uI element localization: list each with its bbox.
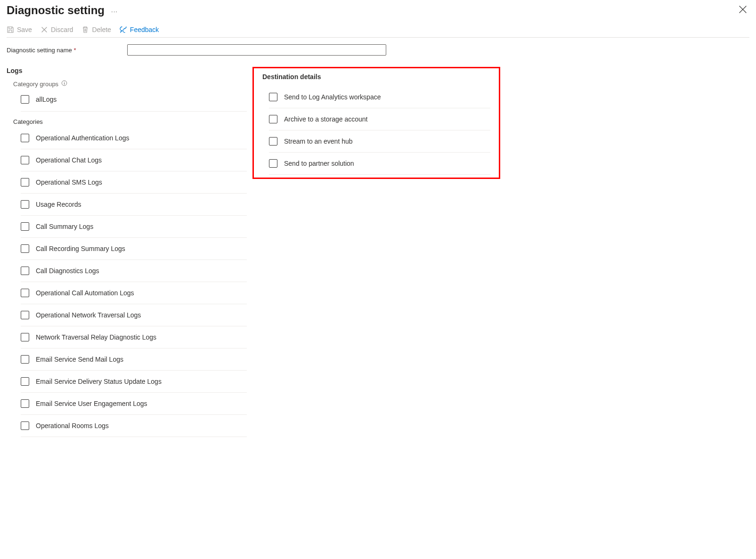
destination-row: Send to Log Analytics workspace: [269, 86, 490, 108]
category-row: Operational Authentication Logs: [21, 127, 247, 149]
category-label: Call Summary Logs: [36, 223, 93, 230]
logs-section-title: Logs: [7, 67, 247, 74]
destination-list: Send to Log Analytics workspaceArchive t…: [269, 86, 490, 175]
category-label: Email Service Send Mail Logs: [36, 356, 123, 363]
destination-section-title: Destination details: [262, 73, 490, 81]
more-actions-button[interactable]: ...: [111, 7, 118, 14]
category-row: Email Service Send Mail Logs: [21, 348, 247, 371]
category-checkbox[interactable]: [21, 311, 29, 319]
category-label: Operational SMS Logs: [36, 178, 102, 186]
category-checkbox[interactable]: [21, 134, 29, 142]
page-title: Diagnostic setting: [7, 4, 105, 17]
discard-button[interactable]: Discard: [41, 26, 73, 33]
save-button[interactable]: Save: [7, 26, 32, 33]
delete-button[interactable]: Delete: [81, 26, 111, 33]
save-icon: [7, 26, 14, 33]
category-checkbox[interactable]: [21, 355, 29, 364]
category-checkbox[interactable]: [21, 178, 29, 186]
category-row: Operational Rooms Logs: [21, 415, 247, 437]
category-label: Network Traversal Relay Diagnostic Logs: [36, 333, 156, 341]
category-row: Usage Records: [21, 194, 247, 216]
svg-rect-2: [64, 83, 65, 85]
destination-checkbox[interactable]: [269, 93, 277, 101]
all-logs-row: allLogs: [21, 90, 247, 108]
close-button[interactable]: [736, 3, 749, 17]
category-row: Operational Chat Logs: [21, 149, 247, 171]
destination-label: Send to Log Analytics workspace: [284, 93, 381, 101]
destination-checkbox[interactable]: [269, 159, 277, 168]
category-checkbox[interactable]: [21, 222, 29, 231]
category-checkbox[interactable]: [21, 156, 29, 164]
category-row: Operational SMS Logs: [21, 171, 247, 194]
category-label: Operational Call Automation Logs: [36, 289, 134, 297]
category-label: Operational Network Traversal Logs: [36, 311, 141, 319]
destination-row: Archive to a storage account: [269, 108, 490, 130]
category-checkbox[interactable]: [21, 333, 29, 341]
category-checkbox[interactable]: [21, 267, 29, 275]
categories-label: Categories: [13, 118, 247, 125]
close-icon: [739, 6, 747, 13]
category-checkbox[interactable]: [21, 244, 29, 253]
category-row: Network Traversal Relay Diagnostic Logs: [21, 326, 247, 348]
category-label: Email Service User Engagement Logs: [36, 400, 147, 407]
category-label: Operational Chat Logs: [36, 156, 102, 164]
category-row: Email Service Delivery Status Update Log…: [21, 371, 247, 393]
category-checkbox[interactable]: [21, 399, 29, 408]
discard-icon: [41, 26, 48, 33]
category-label: Operational Authentication Logs: [36, 134, 129, 142]
category-groups-label: Category groups: [13, 80, 247, 88]
destination-row: Stream to an event hub: [269, 130, 490, 153]
category-checkbox[interactable]: [21, 377, 29, 386]
name-field-label: Diagnostic setting name *: [7, 47, 123, 54]
page-header: Diagnostic setting ...: [7, 0, 749, 22]
diagnostic-setting-name-input[interactable]: [127, 44, 386, 56]
all-logs-checkbox[interactable]: [21, 95, 29, 104]
category-row: Call Recording Summary Logs: [21, 238, 247, 260]
category-label: Usage Records: [36, 201, 81, 208]
destination-label: Archive to a storage account: [284, 115, 367, 123]
info-icon[interactable]: [61, 80, 67, 88]
destination-label: Send to partner solution: [284, 160, 354, 167]
categories-list: Operational Authentication LogsOperation…: [21, 127, 247, 437]
category-row: Call Diagnostics Logs: [21, 260, 247, 282]
category-label: Email Service Delivery Status Update Log…: [36, 378, 162, 385]
category-label: Operational Rooms Logs: [36, 422, 109, 429]
destination-checkbox[interactable]: [269, 115, 277, 123]
destination-highlight-box: Destination details Send to Log Analytic…: [252, 67, 500, 179]
all-logs-label: allLogs: [36, 96, 57, 103]
svg-point-1: [64, 81, 65, 82]
name-field-row: Diagnostic setting name *: [7, 44, 749, 56]
trash-icon: [81, 26, 89, 33]
category-label: Call Diagnostics Logs: [36, 267, 99, 275]
toolbar: Save Discard Delete Feedback: [7, 22, 749, 38]
category-label: Call Recording Summary Logs: [36, 245, 125, 252]
destination-label: Stream to an event hub: [284, 138, 353, 145]
logs-column: Logs Category groups allLogs Categories …: [7, 67, 247, 437]
category-checkbox[interactable]: [21, 421, 29, 430]
category-checkbox[interactable]: [21, 289, 29, 297]
destination-checkbox[interactable]: [269, 137, 277, 146]
category-checkbox[interactable]: [21, 200, 29, 209]
category-row: Operational Network Traversal Logs: [21, 304, 247, 326]
category-row: Email Service User Engagement Logs: [21, 393, 247, 415]
destination-row: Send to partner solution: [269, 153, 490, 175]
category-row: Call Summary Logs: [21, 216, 247, 238]
feedback-icon: [120, 26, 127, 33]
required-asterisk: *: [73, 47, 76, 54]
feedback-button[interactable]: Feedback: [120, 26, 159, 33]
category-row: Operational Call Automation Logs: [21, 282, 247, 304]
